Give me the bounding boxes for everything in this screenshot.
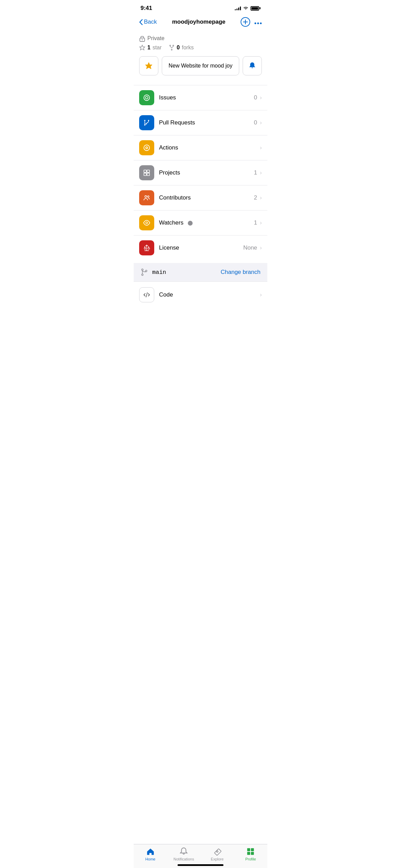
wifi-icon <box>243 6 248 10</box>
svg-point-2 <box>255 22 256 24</box>
svg-point-23 <box>147 196 149 197</box>
actions-svg-icon <box>143 144 150 152</box>
code-menu-item[interactable]: Code › <box>134 281 267 308</box>
back-chevron-icon <box>139 19 143 25</box>
pull-requests-icon <box>139 115 154 130</box>
svg-point-22 <box>145 196 147 198</box>
private-text: Private <box>147 35 165 41</box>
page-title: moodjoyhomepage <box>172 19 226 25</box>
star-filled-icon <box>145 62 153 70</box>
pull-requests-count: 0 <box>254 119 257 126</box>
issues-chevron: › <box>260 94 262 101</box>
code-chevron: › <box>260 291 262 298</box>
license-value: None <box>243 244 257 251</box>
repo-header: Private 1 star 0 forks <box>134 31 267 85</box>
back-label: Back <box>144 19 157 25</box>
projects-count: 1 <box>254 169 257 176</box>
contributors-svg-icon <box>143 194 150 202</box>
watchers-badge-dot <box>188 221 193 226</box>
svg-point-6 <box>142 39 143 40</box>
issues-label: Issues <box>159 94 254 101</box>
svg-point-17 <box>146 147 148 149</box>
svg-rect-21 <box>147 173 149 176</box>
license-svg-icon <box>143 244 150 252</box>
issues-count: 0 <box>254 94 257 101</box>
more-button[interactable] <box>254 18 262 26</box>
license-label: License <box>159 244 243 251</box>
projects-icon <box>139 165 154 180</box>
svg-point-11 <box>145 96 148 99</box>
forks-count: 0 <box>177 45 180 51</box>
actions-menu-item[interactable]: Actions › <box>134 135 267 160</box>
bell-filled-icon <box>248 62 256 70</box>
branch-icon <box>141 268 148 276</box>
issues-svg-icon <box>143 94 150 101</box>
svg-line-31 <box>146 293 147 297</box>
svg-point-10 <box>144 95 150 101</box>
change-branch-button[interactable]: Change branch <box>221 269 260 276</box>
svg-point-14 <box>148 120 149 121</box>
watchers-chevron: › <box>260 219 262 226</box>
projects-menu-item[interactable]: Projects 1 › <box>134 160 267 185</box>
add-button[interactable] <box>241 17 250 27</box>
contributors-label: Contributors <box>159 194 254 201</box>
code-svg-icon <box>143 291 150 299</box>
action-row: New Website for mood joy <box>139 56 262 75</box>
pr-svg-icon <box>143 119 150 126</box>
private-label: Private <box>139 35 262 42</box>
nav-bar: Back moodjoyhomepage <box>134 14 267 31</box>
svg-point-8 <box>173 45 174 46</box>
watchers-svg-icon <box>143 219 150 227</box>
battery-icon <box>251 6 260 11</box>
commit-message-text: New Website for mood joy <box>169 63 232 69</box>
actions-label: Actions <box>159 144 257 151</box>
projects-chevron: › <box>260 169 262 176</box>
watchers-count: 1 <box>254 219 257 226</box>
code-icon <box>139 287 154 302</box>
contributors-icon <box>139 190 154 205</box>
repo-stats: 1 star 0 forks <box>139 45 262 51</box>
back-button[interactable]: Back <box>139 19 157 25</box>
watchers-menu-item[interactable]: Watchers 1 › <box>134 210 267 236</box>
contributors-count: 2 <box>254 194 257 201</box>
pull-requests-menu-item[interactable]: Pull Requests 0 › <box>134 110 267 135</box>
pull-requests-chevron: › <box>260 119 262 126</box>
svg-point-4 <box>260 22 262 24</box>
pull-requests-label: Pull Requests <box>159 119 254 126</box>
svg-point-27 <box>142 269 143 270</box>
svg-point-28 <box>142 274 143 276</box>
code-label: Code <box>159 291 260 298</box>
license-icon <box>139 240 154 255</box>
star-button[interactable] <box>139 56 158 75</box>
notify-button[interactable] <box>243 56 262 75</box>
svg-point-13 <box>144 124 146 126</box>
nav-actions <box>241 17 262 27</box>
forks-stat: 0 forks <box>169 45 194 51</box>
license-menu-item[interactable]: License None › <box>134 236 267 260</box>
svg-point-7 <box>170 45 171 46</box>
star-icon <box>139 45 145 51</box>
license-chevron: › <box>260 244 262 251</box>
stars-label: star <box>153 45 162 51</box>
svg-point-9 <box>171 49 172 50</box>
menu-list: Issues 0 › Pull Requests 0 › Actions <box>134 85 267 260</box>
forks-label: forks <box>182 45 194 51</box>
stars-count: 1 <box>147 45 150 51</box>
svg-point-12 <box>144 120 146 121</box>
status-time: 9:41 <box>141 5 152 12</box>
svg-point-16 <box>144 145 150 151</box>
commit-message-button[interactable]: New Website for mood joy <box>162 56 239 75</box>
actions-icon <box>139 140 154 155</box>
contributors-chevron: › <box>260 194 262 201</box>
branch-info: main <box>141 268 166 276</box>
issues-icon <box>139 90 154 105</box>
issues-menu-item[interactable]: Issues 0 › <box>134 85 267 110</box>
svg-point-3 <box>257 22 259 24</box>
contributors-menu-item[interactable]: Contributors 2 › <box>134 185 267 210</box>
svg-rect-20 <box>144 173 146 176</box>
watchers-label: Watchers <box>159 219 254 226</box>
svg-rect-18 <box>144 170 146 172</box>
branch-name-text: main <box>152 269 166 276</box>
svg-point-29 <box>145 270 147 272</box>
actions-chevron: › <box>260 144 262 151</box>
